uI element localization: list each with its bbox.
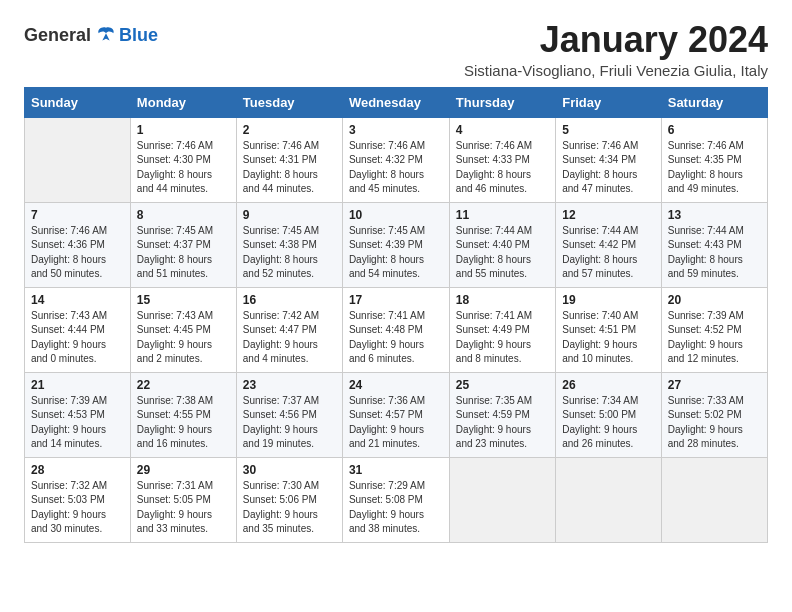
title-area: January 2024 Sistiana-Visogliano, Friuli… (464, 20, 768, 79)
calendar-cell: 28Sunrise: 7:32 AM Sunset: 5:03 PM Dayli… (25, 457, 131, 542)
calendar-cell: 9Sunrise: 7:45 AM Sunset: 4:38 PM Daylig… (236, 202, 342, 287)
day-info: Sunrise: 7:32 AM Sunset: 5:03 PM Dayligh… (31, 479, 124, 537)
day-number: 16 (243, 293, 336, 307)
calendar-cell: 17Sunrise: 7:41 AM Sunset: 4:48 PM Dayli… (342, 287, 449, 372)
day-number: 28 (31, 463, 124, 477)
day-number: 23 (243, 378, 336, 392)
day-info: Sunrise: 7:30 AM Sunset: 5:06 PM Dayligh… (243, 479, 336, 537)
logo-general-text: General (24, 25, 91, 46)
calendar-cell: 25Sunrise: 7:35 AM Sunset: 4:59 PM Dayli… (449, 372, 555, 457)
header: General Blue January 2024 Sistiana-Visog… (24, 20, 768, 79)
day-number: 10 (349, 208, 443, 222)
logo-bird-icon (95, 24, 117, 46)
calendar-cell: 12Sunrise: 7:44 AM Sunset: 4:42 PM Dayli… (556, 202, 662, 287)
logo-area: General Blue (24, 20, 158, 46)
calendar-cell: 23Sunrise: 7:37 AM Sunset: 4:56 PM Dayli… (236, 372, 342, 457)
day-number: 9 (243, 208, 336, 222)
day-number: 18 (456, 293, 549, 307)
weekday-header-sunday: Sunday (25, 87, 131, 117)
day-number: 15 (137, 293, 230, 307)
week-row-5: 28Sunrise: 7:32 AM Sunset: 5:03 PM Dayli… (25, 457, 768, 542)
day-number: 26 (562, 378, 655, 392)
calendar-cell: 18Sunrise: 7:41 AM Sunset: 4:49 PM Dayli… (449, 287, 555, 372)
day-number: 27 (668, 378, 761, 392)
day-info: Sunrise: 7:41 AM Sunset: 4:48 PM Dayligh… (349, 309, 443, 367)
day-info: Sunrise: 7:33 AM Sunset: 5:02 PM Dayligh… (668, 394, 761, 452)
day-info: Sunrise: 7:46 AM Sunset: 4:35 PM Dayligh… (668, 139, 761, 197)
day-number: 29 (137, 463, 230, 477)
calendar-cell: 6Sunrise: 7:46 AM Sunset: 4:35 PM Daylig… (661, 117, 767, 202)
day-number: 30 (243, 463, 336, 477)
calendar-cell: 19Sunrise: 7:40 AM Sunset: 4:51 PM Dayli… (556, 287, 662, 372)
day-number: 21 (31, 378, 124, 392)
logo-blue-text: Blue (119, 25, 158, 46)
day-info: Sunrise: 7:45 AM Sunset: 4:38 PM Dayligh… (243, 224, 336, 282)
calendar-cell: 13Sunrise: 7:44 AM Sunset: 4:43 PM Dayli… (661, 202, 767, 287)
calendar-cell: 10Sunrise: 7:45 AM Sunset: 4:39 PM Dayli… (342, 202, 449, 287)
day-info: Sunrise: 7:34 AM Sunset: 5:00 PM Dayligh… (562, 394, 655, 452)
calendar-cell: 3Sunrise: 7:46 AM Sunset: 4:32 PM Daylig… (342, 117, 449, 202)
calendar-cell: 20Sunrise: 7:39 AM Sunset: 4:52 PM Dayli… (661, 287, 767, 372)
day-number: 4 (456, 123, 549, 137)
week-row-2: 7Sunrise: 7:46 AM Sunset: 4:36 PM Daylig… (25, 202, 768, 287)
calendar-cell: 2Sunrise: 7:46 AM Sunset: 4:31 PM Daylig… (236, 117, 342, 202)
day-info: Sunrise: 7:46 AM Sunset: 4:34 PM Dayligh… (562, 139, 655, 197)
calendar-cell: 16Sunrise: 7:42 AM Sunset: 4:47 PM Dayli… (236, 287, 342, 372)
day-info: Sunrise: 7:29 AM Sunset: 5:08 PM Dayligh… (349, 479, 443, 537)
day-number: 11 (456, 208, 549, 222)
calendar-cell: 7Sunrise: 7:46 AM Sunset: 4:36 PM Daylig… (25, 202, 131, 287)
day-number: 2 (243, 123, 336, 137)
day-info: Sunrise: 7:46 AM Sunset: 4:30 PM Dayligh… (137, 139, 230, 197)
calendar-cell (661, 457, 767, 542)
weekday-header-tuesday: Tuesday (236, 87, 342, 117)
day-info: Sunrise: 7:40 AM Sunset: 4:51 PM Dayligh… (562, 309, 655, 367)
day-info: Sunrise: 7:36 AM Sunset: 4:57 PM Dayligh… (349, 394, 443, 452)
location-subtitle: Sistiana-Visogliano, Friuli Venezia Giul… (464, 62, 768, 79)
day-info: Sunrise: 7:44 AM Sunset: 4:42 PM Dayligh… (562, 224, 655, 282)
day-info: Sunrise: 7:46 AM Sunset: 4:32 PM Dayligh… (349, 139, 443, 197)
calendar-cell: 29Sunrise: 7:31 AM Sunset: 5:05 PM Dayli… (130, 457, 236, 542)
day-number: 24 (349, 378, 443, 392)
calendar-cell (556, 457, 662, 542)
weekday-header-thursday: Thursday (449, 87, 555, 117)
day-number: 5 (562, 123, 655, 137)
day-info: Sunrise: 7:35 AM Sunset: 4:59 PM Dayligh… (456, 394, 549, 452)
calendar-table: SundayMondayTuesdayWednesdayThursdayFrid… (24, 87, 768, 543)
week-row-3: 14Sunrise: 7:43 AM Sunset: 4:44 PM Dayli… (25, 287, 768, 372)
weekday-header-row: SundayMondayTuesdayWednesdayThursdayFrid… (25, 87, 768, 117)
day-info: Sunrise: 7:42 AM Sunset: 4:47 PM Dayligh… (243, 309, 336, 367)
month-title: January 2024 (464, 20, 768, 60)
day-number: 6 (668, 123, 761, 137)
calendar-cell: 30Sunrise: 7:30 AM Sunset: 5:06 PM Dayli… (236, 457, 342, 542)
day-number: 17 (349, 293, 443, 307)
weekday-header-monday: Monday (130, 87, 236, 117)
calendar-cell: 14Sunrise: 7:43 AM Sunset: 4:44 PM Dayli… (25, 287, 131, 372)
calendar-cell: 26Sunrise: 7:34 AM Sunset: 5:00 PM Dayli… (556, 372, 662, 457)
calendar-cell: 24Sunrise: 7:36 AM Sunset: 4:57 PM Dayli… (342, 372, 449, 457)
day-number: 14 (31, 293, 124, 307)
day-info: Sunrise: 7:39 AM Sunset: 4:53 PM Dayligh… (31, 394, 124, 452)
day-info: Sunrise: 7:43 AM Sunset: 4:45 PM Dayligh… (137, 309, 230, 367)
calendar-cell (25, 117, 131, 202)
calendar-cell: 1Sunrise: 7:46 AM Sunset: 4:30 PM Daylig… (130, 117, 236, 202)
calendar-cell: 15Sunrise: 7:43 AM Sunset: 4:45 PM Dayli… (130, 287, 236, 372)
week-row-4: 21Sunrise: 7:39 AM Sunset: 4:53 PM Dayli… (25, 372, 768, 457)
weekday-header-friday: Friday (556, 87, 662, 117)
calendar-cell: 31Sunrise: 7:29 AM Sunset: 5:08 PM Dayli… (342, 457, 449, 542)
day-info: Sunrise: 7:44 AM Sunset: 4:43 PM Dayligh… (668, 224, 761, 282)
day-number: 1 (137, 123, 230, 137)
day-info: Sunrise: 7:38 AM Sunset: 4:55 PM Dayligh… (137, 394, 230, 452)
day-number: 19 (562, 293, 655, 307)
day-info: Sunrise: 7:45 AM Sunset: 4:39 PM Dayligh… (349, 224, 443, 282)
day-number: 7 (31, 208, 124, 222)
day-number: 22 (137, 378, 230, 392)
weekday-header-saturday: Saturday (661, 87, 767, 117)
week-row-1: 1Sunrise: 7:46 AM Sunset: 4:30 PM Daylig… (25, 117, 768, 202)
day-number: 13 (668, 208, 761, 222)
day-info: Sunrise: 7:41 AM Sunset: 4:49 PM Dayligh… (456, 309, 549, 367)
day-number: 3 (349, 123, 443, 137)
day-info: Sunrise: 7:31 AM Sunset: 5:05 PM Dayligh… (137, 479, 230, 537)
day-info: Sunrise: 7:46 AM Sunset: 4:31 PM Dayligh… (243, 139, 336, 197)
day-info: Sunrise: 7:45 AM Sunset: 4:37 PM Dayligh… (137, 224, 230, 282)
day-number: 25 (456, 378, 549, 392)
